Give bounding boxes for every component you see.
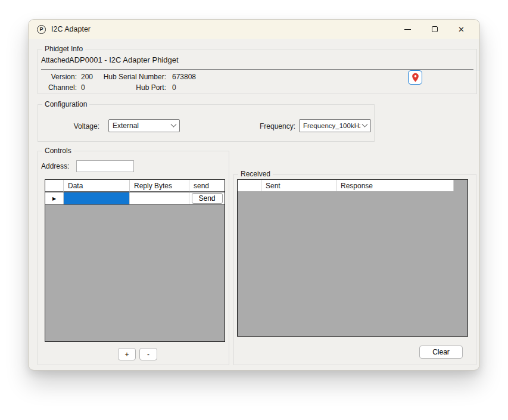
attached-label: Attached: (41, 56, 71, 64)
frequency-label: Frequency: (248, 122, 295, 130)
add-row-button[interactable]: + (118, 348, 136, 360)
version-label: Version: (35, 73, 77, 81)
desktop: P I2C Adapter ✕ Phidget Info Attached: A… (0, 0, 508, 420)
phidgets-logo-letter: P (39, 27, 43, 32)
voltage-label: Voltage: (52, 122, 99, 130)
hub-serial-label: Hub Serial Number: (85, 73, 166, 81)
chevron-down-icon (171, 121, 177, 127)
voltage-dropdown[interactable]: External (108, 119, 180, 132)
send-button[interactable]: Send (192, 193, 223, 204)
location-pin-icon (412, 73, 419, 82)
maximize-icon (432, 26, 438, 32)
phidgets-logo-icon: P (37, 25, 46, 34)
remove-row-button[interactable]: - (139, 348, 157, 360)
window-title: I2C Adapter (51, 25, 91, 33)
chevron-down-icon (362, 121, 368, 127)
close-icon: ✕ (458, 26, 465, 33)
channel-value: 0 (81, 83, 85, 92)
hub-port-value: 0 (172, 83, 176, 92)
reply-bytes-column-header: Reply Bytes (130, 180, 189, 192)
titlebar[interactable]: P I2C Adapter ✕ (29, 20, 479, 39)
address-input[interactable] (76, 160, 134, 172)
row-header-column (45, 180, 64, 192)
voltage-dropdown-value: External (113, 122, 169, 130)
row-pointer-icon: ▶ (52, 196, 56, 201)
clear-button[interactable]: Clear (419, 346, 463, 359)
sent-column-header: Sent (261, 180, 336, 191)
reply-bytes-cell[interactable] (130, 192, 189, 204)
row-selector-cell: ▶ (45, 192, 64, 204)
send-column-header: send (189, 180, 225, 192)
minimize-button[interactable] (394, 20, 421, 39)
address-label: Address: (41, 162, 69, 170)
phidget-info-group-label: Phidget Info (42, 45, 85, 53)
maximize-button[interactable] (421, 20, 448, 39)
info-separator (41, 69, 473, 70)
received-grid[interactable]: Sent Response (237, 179, 468, 337)
send-button-cell: Send (189, 192, 225, 204)
received-grid-header: Sent Response (238, 180, 468, 191)
frequency-dropdown[interactable]: Frequency_100kHz (299, 119, 371, 132)
close-button[interactable]: ✕ (448, 20, 475, 39)
locate-button[interactable] (408, 70, 422, 85)
frequency-dropdown-value: Frequency_100kHz (303, 122, 360, 129)
minimize-icon (404, 29, 411, 30)
send-grid-header: Data Reply Bytes send (45, 180, 225, 192)
attached-value: ADP0001 - I2C Adapter Phidget (69, 55, 179, 64)
hub-serial-value: 673808 (172, 73, 196, 81)
caption-buttons: ✕ (394, 20, 475, 39)
response-column-header: Response (336, 180, 454, 191)
row-header-column (238, 180, 261, 191)
data-cell-selected[interactable] (64, 192, 130, 204)
hub-port-label: Hub Port: (85, 83, 166, 92)
send-grid-row: ▶ Send (45, 192, 225, 205)
data-column-header: Data (64, 180, 130, 192)
configuration-group-label: Configuration (42, 100, 89, 108)
send-grid[interactable]: Data Reply Bytes send ▶ Send (45, 179, 225, 342)
channel-label: Channel: (35, 83, 77, 92)
i2c-adapter-window: P I2C Adapter ✕ Phidget Info Attached: A… (28, 19, 480, 371)
received-group-label: Received (238, 170, 273, 178)
controls-group-label: Controls (42, 147, 74, 155)
